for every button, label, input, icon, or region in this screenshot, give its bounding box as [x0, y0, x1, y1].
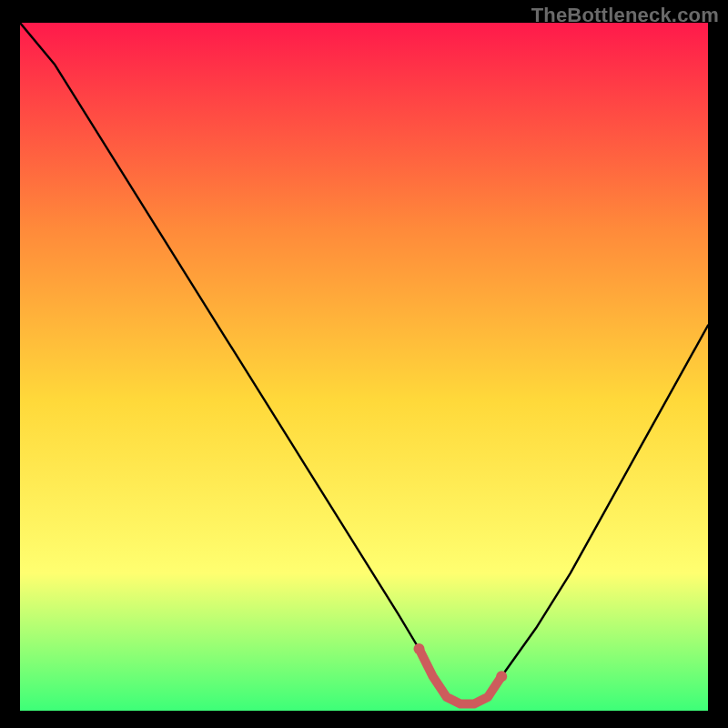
recommended-zone-end-dot — [496, 671, 507, 682]
chart-frame: TheBottleneck.com — [0, 0, 728, 728]
heat-gradient-bg — [20, 23, 708, 711]
recommended-zone-start-dot — [414, 643, 425, 654]
watermark-text: TheBottleneck.com — [531, 4, 719, 27]
plot-area — [20, 23, 708, 711]
plot-svg — [20, 23, 708, 711]
